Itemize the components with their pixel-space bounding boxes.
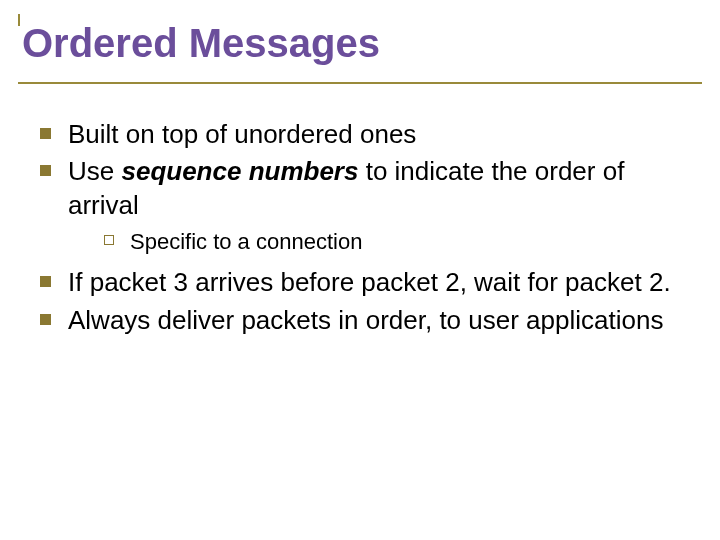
slide-title: Ordered Messages xyxy=(18,14,702,80)
title-underline: Ordered Messages xyxy=(18,14,702,84)
list-item: Use sequence numbers to indicate the ord… xyxy=(30,155,690,256)
hollow-square-bullet-icon xyxy=(104,235,114,245)
sub-bullet-list: Specific to a connection xyxy=(68,228,690,257)
square-bullet-icon xyxy=(40,276,51,287)
bullet-text: If packet 3 arrives before packet 2, wai… xyxy=(68,267,671,297)
slide: Ordered Messages Built on top of unorder… xyxy=(0,0,720,540)
list-item: Always deliver packets in order, to user… xyxy=(30,304,690,337)
square-bullet-icon xyxy=(40,128,51,139)
list-item: If packet 3 arrives before packet 2, wai… xyxy=(30,266,690,299)
bullet-text-pre: Use xyxy=(68,156,121,186)
content-area: Built on top of unordered ones Use seque… xyxy=(30,118,690,341)
bullet-text-emph: sequence numbers xyxy=(121,156,358,186)
bullet-list: Built on top of unordered ones Use seque… xyxy=(30,118,690,337)
sub-bullet-text: Specific to a connection xyxy=(130,229,362,254)
title-area: Ordered Messages xyxy=(18,14,702,84)
bullet-text: Always deliver packets in order, to user… xyxy=(68,305,663,335)
list-item: Built on top of unordered ones xyxy=(30,118,690,151)
sub-list-item: Specific to a connection xyxy=(94,228,690,257)
bullet-text: Built on top of unordered ones xyxy=(68,119,416,149)
square-bullet-icon xyxy=(40,314,51,325)
square-bullet-icon xyxy=(40,165,51,176)
